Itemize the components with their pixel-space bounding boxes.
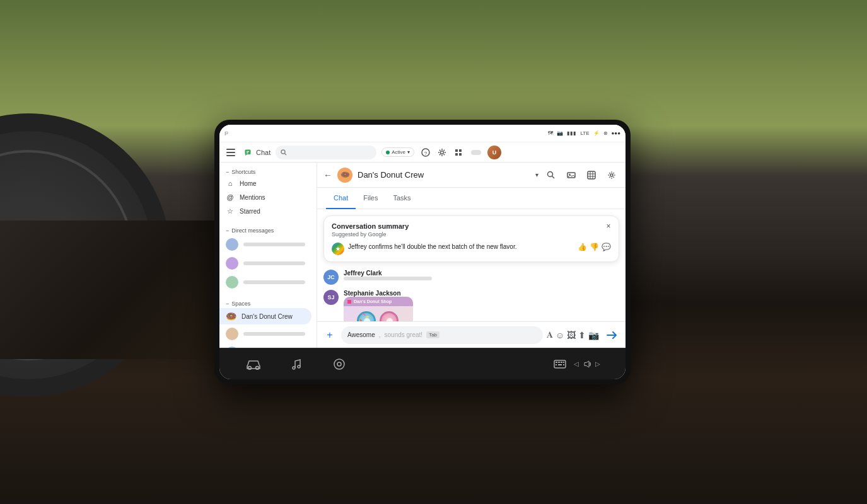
volume-right-btn[interactable]: ▷: [595, 360, 600, 367]
home-icon-btn[interactable]: [330, 355, 348, 373]
feedback-btn[interactable]: 💬: [602, 243, 611, 251]
sidebar-dm-1[interactable]: [219, 235, 311, 254]
sidebar-space-donuts[interactable]: 🍩 Dan's Donut Crew: [219, 308, 311, 324]
grid-icon: [454, 148, 463, 157]
panel-image-btn[interactable]: [564, 168, 579, 183]
svg-point-27: [293, 367, 295, 369]
panel-search-btn[interactable]: [544, 168, 559, 183]
shortcuts-collapse-icon[interactable]: −: [226, 169, 229, 175]
keyboard-btn[interactable]: [554, 360, 566, 369]
chat-header-bar: Chat Active ▾: [219, 142, 626, 163]
settings-icon: [438, 148, 446, 157]
sidebar-dm-2[interactable]: [219, 254, 311, 273]
spaces-section: − Spaces 🍩 Dan's Donut Crew: [219, 294, 317, 348]
donut-shop-name: Dan's Donut Shop: [354, 299, 392, 304]
sidebar-item-home[interactable]: ⌂ Home: [219, 176, 311, 190]
composer-typed-text: Awesome: [347, 331, 375, 338]
volume-left-btn[interactable]: ◁: [574, 360, 579, 367]
chat-search-bar[interactable]: [276, 146, 376, 159]
home-icon: [333, 358, 346, 370]
donut-2: [380, 311, 400, 321]
battery-icon: ⊗: [603, 130, 608, 136]
svg-point-24: [610, 174, 613, 176]
stephanie-avatar: SJ: [323, 290, 339, 305]
back-button[interactable]: ←: [323, 170, 332, 180]
panel-search-icon: [547, 171, 556, 180]
search-icon: [281, 149, 287, 156]
sidebar-item-mentions[interactable]: @ Mentions: [219, 190, 311, 204]
tab-files[interactable]: Files: [356, 188, 385, 209]
message-composer: + Awesome , sounds great! Tab 𝐀 ☺ 🖼 ⬆ 📷: [317, 321, 626, 348]
system-top-bar: P 🗺 📷 ▮▮▮ LTE ⚡ ⊗ ●●●: [219, 125, 626, 142]
panel-image-icon: [567, 171, 576, 180]
tab-tasks[interactable]: Tasks: [385, 188, 418, 209]
dm-avatar-3: [226, 276, 238, 289]
messages-area[interactable]: × Conversation summary Suggested by Goog…: [317, 209, 626, 321]
composer-suggestion: ,: [379, 331, 381, 338]
thumbs-up-btn[interactable]: 👍: [578, 243, 587, 251]
music-icon-btn[interactable]: [288, 355, 305, 373]
sidebar-space-3[interactable]: [219, 343, 311, 348]
svg-rect-36: [556, 364, 557, 365]
chat-panel-header: ← 🍩 Dan's Donut Crew ▾: [317, 163, 626, 188]
svg-rect-35: [563, 362, 564, 363]
time-display: ●●●: [612, 130, 621, 136]
thumbs-down-btn[interactable]: 👎: [590, 243, 599, 251]
active-indicator: [386, 151, 390, 154]
send-button[interactable]: [603, 326, 620, 344]
user-avatar[interactable]: U: [487, 146, 501, 159]
panel-phone-icon: [587, 171, 596, 180]
svg-rect-0: [226, 149, 235, 150]
dm-name-2: [243, 261, 305, 265]
message-jeffrey-body: JC Jeffrey Clark: [323, 270, 619, 285]
emoji-btn[interactable]: ☺: [556, 330, 564, 340]
spaces-collapse-icon[interactable]: −: [226, 301, 229, 307]
sidebar-space-2[interactable]: [219, 324, 311, 343]
svg-rect-37: [558, 364, 562, 365]
donut-space-label: Dan's Donut Crew: [241, 313, 293, 320]
panel-phone-btn[interactable]: [584, 168, 599, 183]
bluetooth-icon: ⚡: [593, 130, 600, 136]
title-dropdown-icon[interactable]: ▾: [535, 171, 538, 178]
tablet-screen: P 🗺 📷 ▮▮▮ LTE ⚡ ⊗ ●●●: [219, 125, 626, 379]
active-status-badge[interactable]: Active ▾: [381, 147, 414, 157]
car-icon-btn[interactable]: [245, 355, 262, 373]
sidebar-item-starred[interactable]: ☆ Starred: [219, 204, 311, 219]
svg-rect-33: [558, 362, 560, 363]
chat-tabs: Chat Files Tasks: [317, 188, 626, 209]
header-toggle[interactable]: [471, 150, 481, 155]
help-icon-btn[interactable]: ?: [419, 146, 432, 159]
svg-rect-1: [226, 152, 235, 153]
svg-rect-2: [226, 155, 235, 156]
direct-messages-section: − Direct messages: [219, 221, 317, 294]
summary-close-btn[interactable]: ×: [603, 221, 614, 231]
composer-suggestion-text: sounds great!: [385, 331, 423, 338]
top-bar-right: 🗺 📷 ▮▮▮ LTE ⚡ ⊗ ●●●: [548, 130, 620, 136]
shortcuts-section: − Shortcuts ⌂ Home @ Mentions ☆ Starred: [219, 163, 317, 221]
sidebar-dm-3[interactable]: [219, 273, 311, 292]
sidebar-mentions-label: Mentions: [240, 194, 265, 201]
svg-line-16: [552, 176, 555, 178]
message-jeffrey: JC Jeffrey Clark: [323, 270, 619, 285]
jeffrey-message-line1: [344, 277, 432, 280]
composer-input-area[interactable]: Awesome , sounds great! Tab: [341, 326, 543, 344]
volume-control[interactable]: ◁ ▷: [574, 360, 600, 369]
dm-avatar-2: [226, 257, 238, 270]
dm-name-3: [243, 280, 305, 284]
tab-chat[interactable]: Chat: [326, 188, 356, 209]
sidebar: − Shortcuts ⌂ Home @ Mentions ☆ Starred: [219, 163, 317, 348]
grid-icon-btn[interactable]: [452, 146, 465, 159]
chat-panel-title: Dan's Donut Crew: [358, 170, 530, 180]
upload-btn[interactable]: ⬆: [578, 330, 586, 340]
format-text-btn[interactable]: 𝐀: [547, 329, 553, 340]
settings-icon-btn[interactable]: [436, 146, 448, 159]
image-attach-btn[interactable]: 🖼: [567, 330, 576, 340]
video-btn[interactable]: 📷: [588, 330, 599, 340]
menu-icon[interactable]: [224, 146, 237, 159]
composer-add-btn[interactable]: +: [322, 328, 337, 343]
dm-collapse-icon[interactable]: −: [226, 227, 229, 234]
panel-settings-btn[interactable]: [604, 168, 619, 183]
search-input[interactable]: [289, 149, 340, 156]
spaces-header: − Spaces: [219, 299, 317, 308]
donut-shop-dot: [347, 300, 351, 304]
